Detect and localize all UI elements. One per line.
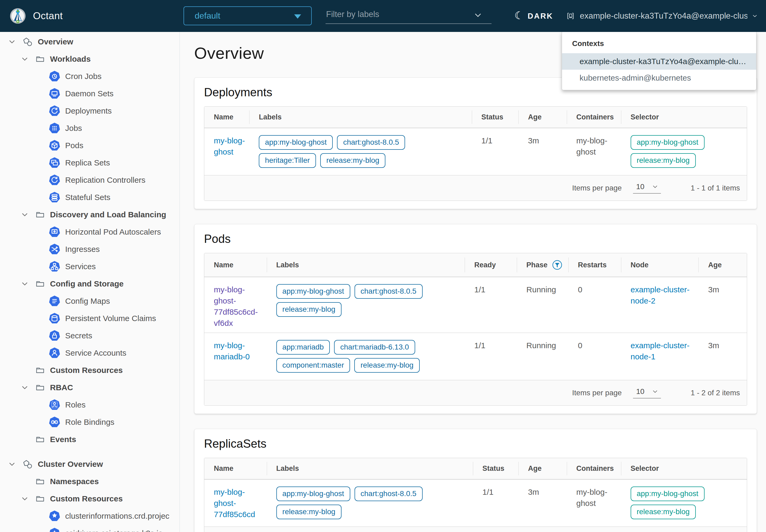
cell-ready: 1/1 xyxy=(465,333,517,380)
cell-value: Running xyxy=(526,285,556,294)
filter-icon[interactable] xyxy=(552,260,563,270)
sidebar-item-label: Config and Storage xyxy=(50,279,124,288)
pods-datagrid: NameLabelsReadyPhaseRestartsNodeAgemy-bl… xyxy=(204,253,747,406)
sidebar-item-namespaces[interactable]: Namespaces xyxy=(0,473,180,490)
cell-restarts: 0 xyxy=(568,333,621,380)
label-pill[interactable]: chart:ghost-8.0.5 xyxy=(355,284,423,299)
chevron-down-icon[interactable] xyxy=(21,280,35,288)
sidebar-item-custom-resources[interactable]: Custom Resources xyxy=(0,361,180,379)
column-header-label: Selector xyxy=(631,113,659,121)
sidebar-item-rbac[interactable]: RBAC xyxy=(0,379,180,396)
label-pill[interactable]: app:my-blog-ghost xyxy=(276,487,350,501)
sidebar-item-pods[interactable]: Pods xyxy=(0,137,180,154)
context-switcher[interactable]: example-cluster-ka3TuTzYo4a@example-clus… xyxy=(565,0,758,32)
items-per-page-value: 10 xyxy=(636,387,644,396)
sidebar-item-ingresses[interactable]: Ingresses xyxy=(0,240,180,258)
chevron-down-icon[interactable] xyxy=(21,211,35,219)
sidebar-item-custom-resources[interactable]: Custom Resources xyxy=(0,490,180,507)
resource-link[interactable]: my-blog-ghost-77df85c6cd-vf6dx xyxy=(214,285,258,327)
resource-link[interactable]: my-blog-ghost-77df85c6cd xyxy=(214,488,255,519)
sidebar-item-role-bindings[interactable]: Role Bindings xyxy=(0,413,180,431)
cell-value: 1/1 xyxy=(474,341,485,350)
label-pill[interactable]: chart:ghost-8.0.5 xyxy=(337,135,405,150)
chevron-down-icon[interactable] xyxy=(8,460,22,468)
sidebar-item-workloads[interactable]: Workloads xyxy=(0,50,180,68)
sidebar-item-replica-sets[interactable]: Replica Sets xyxy=(0,154,180,171)
sidebar-item-roles[interactable]: Roles xyxy=(0,396,180,413)
label-pill[interactable]: release:my-blog xyxy=(276,505,342,519)
sidebar-item-daemon-sets[interactable]: Daemon Sets xyxy=(0,85,180,102)
sidebar-item-cluster-overview[interactable]: Cluster Overview xyxy=(0,455,180,473)
label-pill[interactable]: release:my-blog xyxy=(276,302,342,317)
label-pill[interactable]: app:my-blog-ghost xyxy=(259,135,333,150)
chevron-down-icon[interactable] xyxy=(8,38,22,46)
selector-pill: app:my-blog-ghost xyxy=(631,135,705,150)
chevron-down-icon[interactable] xyxy=(21,384,35,392)
label-pill[interactable]: chart:ghost-8.0.5 xyxy=(355,487,423,501)
daemon-sets-resource-icon xyxy=(49,88,60,99)
sidebar-item-label: Ingresses xyxy=(65,245,100,254)
sidebar-item-jobs[interactable]: Jobs xyxy=(0,119,180,137)
sidebar-item-replication-controllers[interactable]: Replication Controllers xyxy=(0,171,180,189)
sidebar-item-deployments[interactable]: Deployments xyxy=(0,102,180,119)
label-pill[interactable]: app:my-blog-ghost xyxy=(276,284,350,299)
label-pill[interactable]: release:my-blog xyxy=(320,153,385,168)
label-pill[interactable]: release:my-blog xyxy=(354,358,419,373)
sidebar-item-label: csidrivers.csi.storage.k8s.io xyxy=(65,529,163,532)
context-menu-item-kubernetes-admin-kubernetes[interactable]: kubernetes-admin@kubernetes xyxy=(562,70,756,86)
sidebar-item-label: Secrets xyxy=(65,331,92,340)
sidebar-item-config-and-storage[interactable]: Config and Storage xyxy=(0,275,180,292)
sidebar-item-events[interactable]: Events xyxy=(0,431,180,448)
sidebar-item-stateful-sets[interactable]: Stateful Sets xyxy=(0,189,180,206)
sidebar-item-overview[interactable]: Overview xyxy=(0,33,180,50)
theme-toggle-button[interactable]: ☾ DARK xyxy=(514,0,553,32)
cell-value: 3m xyxy=(528,488,539,496)
column-header-label: Status xyxy=(481,113,503,121)
sidebar-item-cron-jobs[interactable]: Cron Jobs xyxy=(0,68,180,85)
sidebar-item-config-maps[interactable]: Config Maps xyxy=(0,292,180,310)
label-pill[interactable]: component:master xyxy=(276,358,350,373)
folder-icon xyxy=(35,54,45,64)
resource-link[interactable]: my-blog-mariadb-0 xyxy=(214,341,250,361)
chevron-down-icon[interactable] xyxy=(473,11,482,20)
pagination-range: 1 - 2 of 2 items xyxy=(691,389,740,397)
column-header-label: Age xyxy=(528,113,542,121)
resource-link[interactable]: example-cluster-node-1 xyxy=(631,341,690,361)
folder-icon xyxy=(35,434,45,444)
sidebar-item-services[interactable]: Services xyxy=(0,258,180,275)
sidebar-item-discovery-and-load-balancing[interactable]: Discovery and Load Balancing xyxy=(0,206,180,223)
chevron-down-icon[interactable] xyxy=(21,495,35,503)
sidebar-item-horizontal-pod-autoscalers[interactable]: Horizontal Pod Autoscalers xyxy=(0,223,180,240)
label-filter-input[interactable]: Filter by labels xyxy=(326,7,492,24)
label-pill[interactable]: heritage:Tiller xyxy=(259,153,316,168)
label-pill[interactable]: app:mariadb xyxy=(276,340,330,355)
column-header-age: Age xyxy=(698,253,747,277)
resource-link[interactable]: example-cluster-node-2 xyxy=(631,285,690,305)
resource-link[interactable]: my-blog-ghost xyxy=(214,136,245,156)
cell-containers: my-blog-ghost xyxy=(567,128,621,175)
sidebar-item-secrets[interactable]: Secrets xyxy=(0,327,180,344)
items-per-page-select[interactable]: 10 xyxy=(633,182,661,194)
selector-pill: app:my-blog-ghost xyxy=(631,487,705,501)
namespace-select[interactable]: default xyxy=(184,6,312,25)
cron-jobs-resource-icon xyxy=(49,70,60,82)
folder-icon xyxy=(35,279,45,289)
sidebar-item-csidrivers-csi-storage-k8s-io[interactable]: csidrivers.csi.storage.k8s.io xyxy=(0,525,180,532)
sidebar-item-label: Stateful Sets xyxy=(65,193,110,202)
sidebar-item-persistent-volume-claims[interactable]: Persistent Volume Claims xyxy=(0,310,180,327)
sidebar-item-clusterinformations-crd-projec[interactable]: clusterinformations.crd.projec xyxy=(0,507,180,525)
sidebar-nav: OverviewWorkloadsCron JobsDaemon SetsDep… xyxy=(0,32,180,532)
column-header-name: Name xyxy=(204,458,267,479)
column-header-inner: Selector xyxy=(631,113,659,121)
chevron-down-icon[interactable] xyxy=(21,55,35,63)
replicasets-pagination: Items per page101 - 1 of 1 items xyxy=(204,526,747,532)
label-pill[interactable]: chart:mariadb-6.13.0 xyxy=(334,340,415,355)
sidebar-item-service-accounts[interactable]: Service Accounts xyxy=(0,344,180,361)
cell-name: my-blog-ghost xyxy=(204,128,249,175)
column-header-label: Containers xyxy=(576,464,614,473)
pods-table: NameLabelsReadyPhaseRestartsNodeAgemy-bl… xyxy=(204,253,747,380)
sidebar-item-label: Custom Resources xyxy=(50,366,123,375)
context-menu-item-example-cluster-ka3tutzyo4a-example-clu[interactable]: example-cluster-ka3TuTzYo4a@example-clu… xyxy=(562,53,756,70)
items-per-page-select[interactable]: 10 xyxy=(633,387,661,398)
pods-heading: Pods xyxy=(204,224,747,253)
